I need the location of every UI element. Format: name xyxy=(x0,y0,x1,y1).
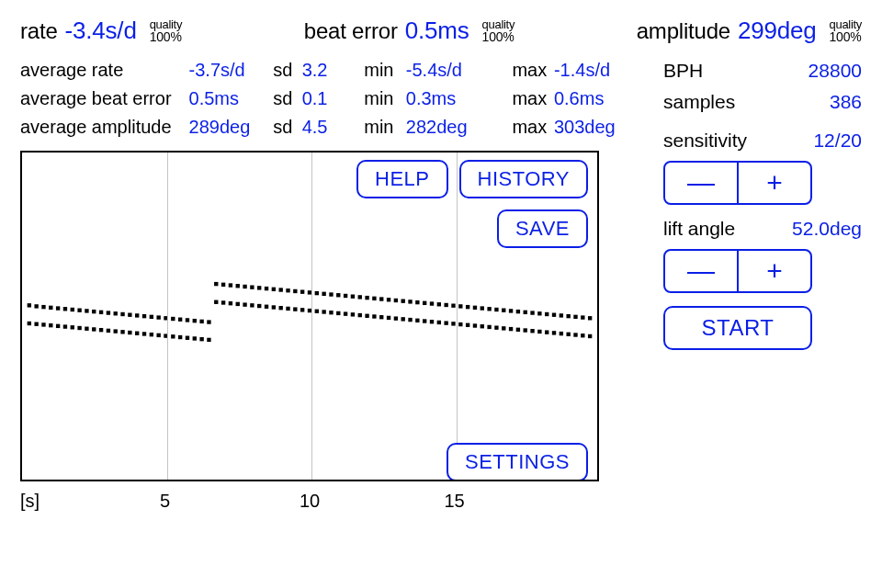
bph-value: 28800 xyxy=(808,60,862,82)
bph: BPH 28800 xyxy=(663,60,862,82)
svg-rect-17 xyxy=(150,315,153,319)
svg-rect-101 xyxy=(186,336,189,340)
svg-rect-44 xyxy=(344,294,347,298)
svg-rect-22 xyxy=(186,318,189,322)
avg-amp-sd: 4.5 xyxy=(302,113,337,141)
svg-rect-114 xyxy=(279,306,283,310)
svg-rect-43 xyxy=(336,293,340,297)
svg-rect-124 xyxy=(351,312,355,316)
svg-rect-112 xyxy=(265,305,268,309)
sensitivity-label: sensitivity xyxy=(663,130,747,152)
svg-rect-25 xyxy=(207,320,210,323)
svg-rect-21 xyxy=(178,318,182,322)
svg-rect-103 xyxy=(199,337,203,341)
avg-rate-sd-label: sd xyxy=(273,56,297,85)
svg-rect-3 xyxy=(49,306,52,310)
svg-rect-18 xyxy=(156,315,160,319)
avg-rate-min: -5.4s/d xyxy=(406,56,485,85)
beat-error-reading: beat error 0.5ms quality 100% xyxy=(304,17,514,45)
svg-rect-33 xyxy=(265,287,268,290)
help-button[interactable]: HELP xyxy=(356,160,447,198)
svg-rect-86 xyxy=(77,326,81,330)
svg-rect-99 xyxy=(171,334,175,338)
rate-label: rate xyxy=(20,18,58,44)
avg-rate-value: -3.7s/d xyxy=(189,56,268,85)
sensitivity: sensitivity 12/20 xyxy=(663,130,862,152)
svg-rect-93 xyxy=(128,331,131,334)
lift-angle-decrease-button[interactable]: — xyxy=(665,251,739,291)
svg-rect-104 xyxy=(207,338,210,342)
history-button[interactable]: HISTORY xyxy=(459,160,589,198)
side-controls: BPH 28800 samples 386 sensitivity 12/20 … xyxy=(663,56,862,491)
settings-button[interactable]: SETTINGS xyxy=(447,443,588,481)
svg-rect-83 xyxy=(56,324,60,328)
avg-amplitude-row: average amplitude 289deg sd 4.5 min 282d… xyxy=(20,113,645,141)
rate-quality-value: 100% xyxy=(150,30,182,43)
svg-rect-1 xyxy=(34,304,38,308)
avg-rate-row: average rate -3.7s/d sd 3.2 min -5.4s/d … xyxy=(20,56,645,85)
svg-rect-106 xyxy=(221,300,225,304)
svg-rect-116 xyxy=(293,307,297,311)
svg-rect-111 xyxy=(257,304,261,308)
sensitivity-value: 12/20 xyxy=(813,130,862,152)
samples-value: 386 xyxy=(830,91,862,113)
avg-be-value: 0.5ms xyxy=(189,85,268,113)
svg-rect-115 xyxy=(286,307,289,311)
avg-amp-min: 282deg xyxy=(406,113,485,141)
sensitivity-decrease-button[interactable]: — xyxy=(665,163,739,203)
chart-gridline xyxy=(311,153,312,480)
svg-rect-15 xyxy=(135,313,139,317)
svg-rect-117 xyxy=(300,308,304,311)
svg-rect-11 xyxy=(107,311,110,314)
sensitivity-increase-button[interactable]: + xyxy=(739,163,810,203)
svg-rect-79 xyxy=(28,322,31,325)
bph-label: BPH xyxy=(663,60,703,82)
svg-rect-10 xyxy=(99,311,103,314)
svg-rect-42 xyxy=(329,292,333,296)
svg-rect-8 xyxy=(85,309,88,312)
avg-rate-min-label: min xyxy=(364,56,401,85)
svg-rect-107 xyxy=(229,301,232,305)
lift-angle-increase-button[interactable]: + xyxy=(739,251,810,291)
amplitude-quality-value: 100% xyxy=(830,30,862,43)
svg-rect-102 xyxy=(193,336,197,340)
amplitude-reading: amplitude 299deg quality 100% xyxy=(637,17,862,45)
svg-rect-113 xyxy=(272,305,276,309)
start-button[interactable]: START xyxy=(663,306,812,350)
svg-rect-24 xyxy=(199,320,203,323)
svg-rect-36 xyxy=(286,288,289,292)
primary-readings: rate -3.4s/d quality 100% beat error 0.5… xyxy=(20,17,862,45)
avg-rate-max-label: max xyxy=(512,56,548,85)
x-axis-tick: 15 xyxy=(444,491,464,512)
svg-rect-119 xyxy=(315,310,319,313)
svg-rect-26 xyxy=(214,282,218,286)
lift-angle: lift angle 52.0deg xyxy=(663,218,862,240)
plus-icon: + xyxy=(766,167,783,198)
avg-amp-max: 303deg xyxy=(554,113,633,141)
avg-be-sd-label: sd xyxy=(273,85,297,113)
beat-error-quality-value: 100% xyxy=(482,30,514,43)
rate-quality: quality 100% xyxy=(150,18,182,43)
sensitivity-stepper: — + xyxy=(663,161,812,205)
lift-angle-value: 52.0deg xyxy=(792,218,862,240)
beat-error-quality: quality 100% xyxy=(482,18,514,43)
svg-rect-7 xyxy=(77,309,81,312)
avg-be-min: 0.3ms xyxy=(406,85,485,113)
svg-rect-121 xyxy=(329,311,333,314)
svg-rect-13 xyxy=(120,312,124,316)
svg-rect-16 xyxy=(142,314,146,318)
avg-be-min-label: min xyxy=(364,85,401,113)
svg-rect-29 xyxy=(236,284,240,288)
svg-rect-96 xyxy=(150,333,153,336)
svg-rect-95 xyxy=(142,332,146,335)
svg-rect-4 xyxy=(56,306,60,310)
svg-rect-88 xyxy=(92,327,96,331)
rate-reading: rate -3.4s/d quality 100% xyxy=(20,17,182,45)
svg-rect-122 xyxy=(336,311,340,315)
avg-rate-label: average rate xyxy=(20,56,184,85)
save-button[interactable]: SAVE xyxy=(497,209,588,248)
avg-rate-sd: 3.2 xyxy=(302,56,337,85)
beat-error-label: beat error xyxy=(304,18,398,44)
svg-rect-85 xyxy=(71,325,74,329)
svg-rect-14 xyxy=(128,313,131,317)
